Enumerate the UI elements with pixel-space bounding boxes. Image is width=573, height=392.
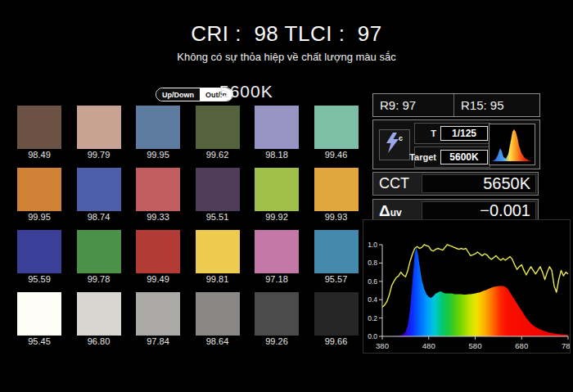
color-swatch <box>196 230 240 273</box>
color-swatch <box>314 168 359 211</box>
swatch-score: 97.84 <box>136 336 180 346</box>
swatch-score: 98.49 <box>17 150 61 160</box>
color-swatch <box>314 292 359 336</box>
svg-text:680: 680 <box>515 341 528 350</box>
svg-text:380: 380 <box>376 341 389 350</box>
svg-text:c: c <box>399 134 403 142</box>
swatch-cell: 98.64 <box>196 292 240 346</box>
swatch-score: 95.57 <box>314 274 359 284</box>
swatch-score: 99.26 <box>255 336 299 346</box>
swatch-score: 98.18 <box>255 150 299 160</box>
color-swatch <box>17 168 61 211</box>
color-swatch <box>255 168 299 211</box>
swatch-score: 99.81 <box>196 274 240 284</box>
swatch-cell: 95.51 <box>196 168 240 222</box>
page-subtitle: Không có sự thỏa hiệp về chất lượng màu … <box>0 51 573 63</box>
swatch-cell: 99.79 <box>77 106 121 160</box>
swatch-cell: 97.18 <box>255 230 299 284</box>
color-swatch <box>196 292 240 336</box>
swatch-cell: 95.59 <box>17 230 61 284</box>
swatch-cell: 99.78 <box>77 230 121 284</box>
swatch-score: 98.74 <box>77 212 121 222</box>
spectral-chart: 0.00.20.40.60.81.0380480580680780 <box>363 219 571 354</box>
target-label: Target <box>409 152 436 162</box>
swatch-grid: 98.4999.7999.9599.6298.1899.4699.9598.74… <box>17 106 358 346</box>
swatch-cell: 99.92 <box>255 168 299 222</box>
swatch-cell: 99.95 <box>17 168 61 222</box>
color-swatch <box>136 230 180 273</box>
target-row: Target 5600K <box>414 146 490 168</box>
color-swatch <box>136 292 180 336</box>
color-swatch <box>255 106 299 149</box>
swatch-score: 97.18 <box>255 274 299 284</box>
flash-c-icon: c <box>385 132 404 158</box>
shutter-value-box[interactable]: 1/125 <box>440 126 488 141</box>
svg-text:1.0: 1.0 <box>368 241 377 249</box>
meter-settings-box: c T 1/125 Target 5600K <box>372 119 540 169</box>
swatch-score: 99.46 <box>314 150 359 160</box>
color-swatch <box>17 230 61 273</box>
swatch-cell: 99.26 <box>255 292 299 346</box>
color-swatch <box>17 106 61 149</box>
uv-subscript: uv <box>390 207 402 219</box>
swatch-cell: 98.74 <box>77 168 121 222</box>
swatch-cell: 97.84 <box>136 292 180 346</box>
r15-value: R15: 95 <box>453 94 539 116</box>
duv-value: −0.001 <box>422 201 536 220</box>
duv-label: Δuv <box>375 202 422 220</box>
swatch-cell: 99.49 <box>136 230 180 284</box>
svg-text:0.2: 0.2 <box>368 314 377 322</box>
target-value-box[interactable]: 5600K <box>440 150 488 164</box>
exposure-settings: T 1/125 Target 5600K <box>414 123 490 170</box>
swatch-score: 99.62 <box>196 150 240 160</box>
color-swatch <box>314 230 359 273</box>
color-swatch <box>77 168 121 211</box>
swatch-cell: 99.62 <box>196 106 240 160</box>
color-swatch <box>77 230 121 273</box>
flash-mode-button[interactable]: c <box>379 129 410 160</box>
spectrum-thumbnail-icon[interactable] <box>489 124 535 165</box>
svg-text:780: 780 <box>562 341 570 350</box>
color-swatch <box>255 292 299 336</box>
swatch-score: 99.49 <box>136 274 180 284</box>
swatch-score: 95.45 <box>17 336 61 346</box>
swatch-score: 99.95 <box>17 212 61 222</box>
swatch-cell: 99.93 <box>314 168 359 222</box>
swatch-cell: 99.81 <box>196 230 240 284</box>
color-swatch <box>314 106 359 149</box>
svg-text:580: 580 <box>469 341 482 350</box>
color-swatch <box>196 168 240 211</box>
swatch-score: 99.66 <box>314 336 359 346</box>
swatch-cell: 98.49 <box>17 106 61 160</box>
delta-glyph: Δ <box>379 202 390 219</box>
swatch-cell: 99.95 <box>136 106 180 160</box>
shutter-row: T 1/125 <box>414 123 490 144</box>
color-swatch <box>17 292 61 336</box>
cct-value: 5650K <box>422 174 536 193</box>
color-swatch <box>136 168 180 211</box>
swatch-cell: 95.45 <box>17 292 61 346</box>
svg-text:0.8: 0.8 <box>368 259 377 267</box>
color-swatch <box>255 230 299 273</box>
svg-text:0.0: 0.0 <box>368 332 377 340</box>
cct-label: CCT <box>375 175 422 192</box>
kelvin-label: 5600K <box>219 82 273 101</box>
swatch-score: 95.51 <box>196 212 240 222</box>
swatch-score: 99.92 <box>255 212 299 222</box>
swatch-score: 99.95 <box>136 150 180 160</box>
toggle-updown-button[interactable]: Up/Down <box>156 88 200 101</box>
swatch-cell: 98.18 <box>255 106 299 160</box>
swatch-score: 99.93 <box>314 212 359 222</box>
swatch-score: 99.78 <box>77 274 121 284</box>
svg-text:480: 480 <box>422 341 435 350</box>
page-title: CRI : 98 TLCI : 97 <box>0 21 573 47</box>
swatch-cell: 96.80 <box>77 292 121 346</box>
color-swatch <box>77 106 121 149</box>
swatch-cell: 99.66 <box>314 292 359 346</box>
svg-text:0.6: 0.6 <box>368 277 377 286</box>
meter-screen: CRI : 98 TLCI : 97 Không có sự thỏa hiệp… <box>0 0 573 392</box>
swatch-score: 98.64 <box>196 336 240 346</box>
swatch-score: 99.79 <box>77 150 121 160</box>
swatch-cell: 95.57 <box>314 230 359 284</box>
swatch-score: 96.80 <box>77 336 121 346</box>
